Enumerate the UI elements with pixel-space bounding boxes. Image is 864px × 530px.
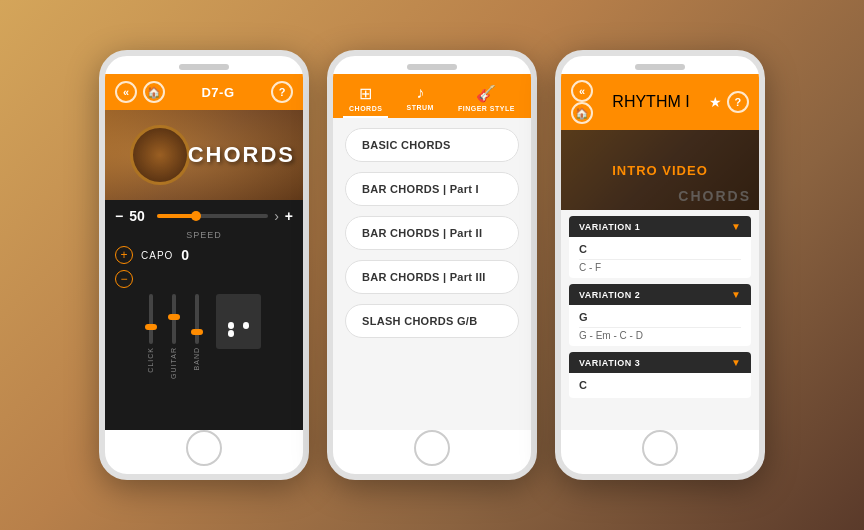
phone3-header-icons-right: ★ ? <box>709 91 749 113</box>
chords-text: CHORDS <box>188 142 295 168</box>
intro-video-overlay[interactable]: INTRO VIDEO <box>561 130 759 210</box>
tab-chords[interactable]: ⊞ CHORDS <box>343 82 388 118</box>
phone3-guitar-image: CHORDS INTRO VIDEO <box>561 130 759 210</box>
menu-item-bar-chords-3[interactable]: BAR CHORDS | Part III <box>345 260 519 294</box>
variations-list: VARIATION 1 ▼ C C - F VARIATION 2 ▼ G <box>561 210 759 430</box>
chord-dot-filled <box>243 322 250 329</box>
tab-finger-style[interactable]: 🎸 FINGER STYLE <box>452 82 521 118</box>
variation-1-chord: C <box>579 241 741 257</box>
band-slider-thumb <box>191 329 203 335</box>
guitar-slider-wrap: GUITAR <box>170 294 177 379</box>
speed-row: − 50 › + <box>115 208 293 224</box>
speed-label: SPEED <box>115 230 293 240</box>
variation-3-chord: C <box>579 377 741 393</box>
chord-dot <box>243 338 250 345</box>
tab-strum[interactable]: ♪ STRUM <box>400 82 439 118</box>
capo-plus-button[interactable]: + <box>115 246 133 264</box>
chord-dot-filled <box>228 330 235 337</box>
phone3-back-button[interactable]: « <box>571 80 593 102</box>
chord-dot <box>220 330 227 337</box>
chord-dot <box>228 306 235 313</box>
phone3-home-button[interactable]: 🏠 <box>571 102 593 124</box>
chord-dot <box>220 298 227 305</box>
click-slider[interactable] <box>149 294 153 344</box>
menu-item-basic-chords[interactable]: BASIC CHORDS <box>345 128 519 162</box>
band-slider-wrap: BAND <box>193 294 200 379</box>
menu-item-bar-chords-2[interactable]: BAR CHORDS | Part II <box>345 216 519 250</box>
home-button[interactable]: 🏠 <box>143 81 165 103</box>
star-button[interactable]: ★ <box>709 94 722 110</box>
capo-minus-button[interactable]: − <box>115 270 133 288</box>
phone-3-inner: « 🏠 RHYTHM I ★ ? CHORDS INTRO VIDEO <box>561 74 759 430</box>
guitar-slider-label: GUITAR <box>170 347 177 379</box>
chord-dot <box>235 338 242 345</box>
variation-2-block: VARIATION 2 ▼ G G - Em - C - D <box>569 284 751 346</box>
capo-minus-row: − <box>115 270 293 288</box>
chord-dot <box>228 338 235 345</box>
chord-dot <box>243 314 250 321</box>
phone-1: « 🏠 D7-G ? CHORDS − 50 <box>99 50 309 480</box>
variation-1-header[interactable]: VARIATION 1 ▼ <box>569 216 751 237</box>
capo-value: 0 <box>181 247 189 263</box>
phone1-controls: − 50 › + SPEED + CAPO 0 <box>105 200 303 430</box>
help-button[interactable]: ? <box>271 81 293 103</box>
phone1-nav-left: « 🏠 <box>115 81 165 103</box>
chord-dot <box>235 314 242 321</box>
chord-dot <box>250 322 257 329</box>
variation-2-header[interactable]: VARIATION 2 ▼ <box>569 284 751 305</box>
guitar-slider[interactable] <box>172 294 176 344</box>
click-slider-thumb <box>145 324 157 330</box>
click-slider-label: CLICK <box>147 347 154 373</box>
chord-dot <box>235 306 242 313</box>
phone1-header: « 🏠 D7-G ? <box>105 74 303 110</box>
chords-tab-label: CHORDS <box>349 105 382 112</box>
guitar-circle <box>130 125 190 185</box>
phone2-header: ⊞ CHORDS ♪ STRUM 🎸 FINGER STYLE <box>333 74 531 118</box>
variation-2-content: G G - Em - C - D <box>569 305 751 346</box>
phone-2: ⊞ CHORDS ♪ STRUM 🎸 FINGER STYLE BASIC CH… <box>327 50 537 480</box>
chord-dot-filled <box>228 322 235 329</box>
variation-1-title: VARIATION 1 <box>579 222 640 232</box>
phone2-tabs: ⊞ CHORDS ♪ STRUM 🎸 FINGER STYLE <box>333 78 531 118</box>
chord-dot <box>220 314 227 321</box>
back-button[interactable]: « <box>115 81 137 103</box>
variation-3-header[interactable]: VARIATION 3 ▼ <box>569 352 751 373</box>
guitar-slider-thumb <box>168 314 180 320</box>
strum-tab-icon: ♪ <box>416 84 424 102</box>
chords-tab-icon: ⊞ <box>359 84 372 103</box>
phone3-help-button[interactable]: ? <box>727 91 749 113</box>
variation-2-chord: G <box>579 309 741 325</box>
phone3-nav-left: « 🏠 <box>571 80 593 124</box>
chord-dot <box>228 298 235 305</box>
variation-2-chord-sub: G - Em - C - D <box>579 327 741 341</box>
phone-2-inner: ⊞ CHORDS ♪ STRUM 🎸 FINGER STYLE BASIC CH… <box>333 74 531 430</box>
variation-3-arrow: ▼ <box>731 357 741 368</box>
phone-1-inner: « 🏠 D7-G ? CHORDS − 50 <box>105 74 303 430</box>
variation-2-arrow: ▼ <box>731 289 741 300</box>
speed-track[interactable] <box>157 214 268 218</box>
chord-grid <box>216 294 261 349</box>
phone-3: « 🏠 RHYTHM I ★ ? CHORDS INTRO VIDEO <box>555 50 765 480</box>
chord-dot <box>220 306 227 313</box>
variation-2-title: VARIATION 2 <box>579 290 640 300</box>
chord-dot <box>250 298 257 305</box>
variation-1-arrow: ▼ <box>731 221 741 232</box>
chord-dot <box>220 322 227 329</box>
click-slider-wrap: CLICK <box>147 294 154 379</box>
chord-dot <box>250 306 257 313</box>
finger-style-tab-label: FINGER STYLE <box>458 105 515 112</box>
capo-label: CAPO <box>141 250 173 261</box>
speed-plus-button[interactable]: + <box>285 208 293 224</box>
chord-dot <box>235 322 242 329</box>
menu-item-bar-chords-1[interactable]: BAR CHORDS | Part I <box>345 172 519 206</box>
speed-arrow-button[interactable]: › <box>274 208 279 224</box>
chord-dot <box>250 338 257 345</box>
speed-minus-button[interactable]: − <box>115 208 123 224</box>
band-slider[interactable] <box>195 294 199 344</box>
speed-thumb <box>191 211 201 221</box>
variation-3-block: VARIATION 3 ▼ C <box>569 352 751 398</box>
variation-1-chord-sub: C - F <box>579 259 741 273</box>
chord-dot <box>250 314 257 321</box>
chord-dot <box>250 330 257 337</box>
menu-item-slash-chords[interactable]: SLASH CHORDS G/B <box>345 304 519 338</box>
